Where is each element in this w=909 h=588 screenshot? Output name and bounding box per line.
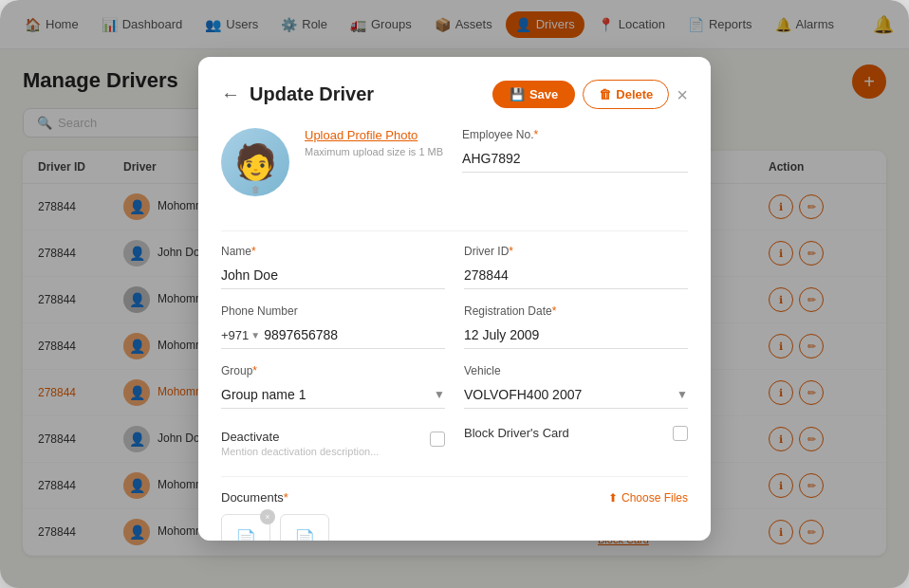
document-thumb-2: 📄: [280, 514, 329, 541]
delete-icon: 🗑: [599, 87, 611, 101]
profile-photo: 🧑 🗑: [221, 128, 289, 196]
vehicle-select[interactable]: VOLVOFH400 2007 ▼: [464, 381, 688, 409]
form-grid: Name* Driver ID* Phone Number: [221, 245, 688, 463]
back-button[interactable]: ←: [221, 83, 240, 105]
document-thumbnails: × 📄 📄: [221, 514, 688, 541]
close-button[interactable]: ×: [677, 85, 688, 104]
employee-no-input[interactable]: [462, 145, 688, 173]
group-group: Group* Group name 1 ▼: [221, 364, 445, 409]
name-group: Name*: [221, 245, 445, 289]
chevron-down-icon: ▼: [434, 388, 445, 401]
delete-button[interactable]: 🗑 Delete: [583, 80, 669, 109]
choose-files-button[interactable]: ⬆ Choose Files: [608, 491, 688, 505]
update-driver-modal: ← Update Driver 💾 Save 🗑 Delete ×: [198, 57, 711, 541]
document-thumb-1: × 📄: [221, 514, 270, 541]
save-icon: 💾: [510, 87, 525, 101]
upload-hint: Maximum upload size is 1 MB: [305, 146, 443, 157]
modal-actions: 💾 Save 🗑 Delete ×: [492, 80, 688, 109]
deactivate-checkbox[interactable]: [430, 432, 445, 447]
block-card-label: Block Driver's Card: [464, 426, 663, 440]
modal-header: ← Update Driver 💾 Save 🗑 Delete ×: [221, 80, 688, 109]
group-select[interactable]: Group name 1 ▼: [221, 381, 445, 409]
upload-photo-link[interactable]: Upload Profile Photo: [305, 128, 443, 142]
documents-label: Documents: [221, 490, 284, 505]
deactivate-group: Deactivate Mention deactivation descript…: [221, 424, 445, 463]
driver-id-group: Driver ID*: [464, 245, 688, 289]
deactivate-hint: Mention deactivation description...: [221, 446, 420, 457]
remove-doc-1-button[interactable]: ×: [260, 509, 275, 524]
phone-group: Phone Number +971 ▼: [221, 304, 445, 349]
chevron-down-icon: ▼: [250, 330, 260, 340]
reg-date-input[interactable]: [464, 322, 688, 349]
modal-overlay[interactable]: ← Update Driver 💾 Save 🗑 Delete ×: [0, 0, 909, 588]
chevron-down-icon: ▼: [677, 388, 688, 401]
employee-no-group: Employee No.*: [462, 128, 688, 173]
phone-number-input[interactable]: [264, 327, 445, 342]
modal-title: Update Driver: [250, 83, 483, 105]
deactivate-label: Deactivate: [221, 430, 420, 444]
reg-date-group: Registration Date*: [464, 304, 688, 349]
phone-country-selector[interactable]: +971 ▼: [221, 328, 260, 342]
driver-id-input[interactable]: [464, 262, 688, 289]
block-card-checkbox[interactable]: [673, 426, 688, 441]
phone-row: +971 ▼: [221, 322, 445, 349]
photo-delete-icon[interactable]: 🗑: [251, 185, 260, 194]
save-button[interactable]: 💾 Save: [492, 81, 575, 108]
upload-icon: ⬆: [608, 491, 618, 505]
block-card-group: Block Driver's Card: [464, 424, 688, 463]
documents-section: Documents* ⬆ Choose Files × 📄 📄: [221, 490, 688, 541]
employee-no-label: Employee No.*: [462, 128, 688, 141]
name-input[interactable]: [221, 262, 445, 289]
profile-section: 🧑 🗑 Upload Profile Photo Maximum upload …: [221, 128, 443, 196]
vehicle-group: Vehicle VOLVOFH400 2007 ▼: [464, 364, 688, 409]
